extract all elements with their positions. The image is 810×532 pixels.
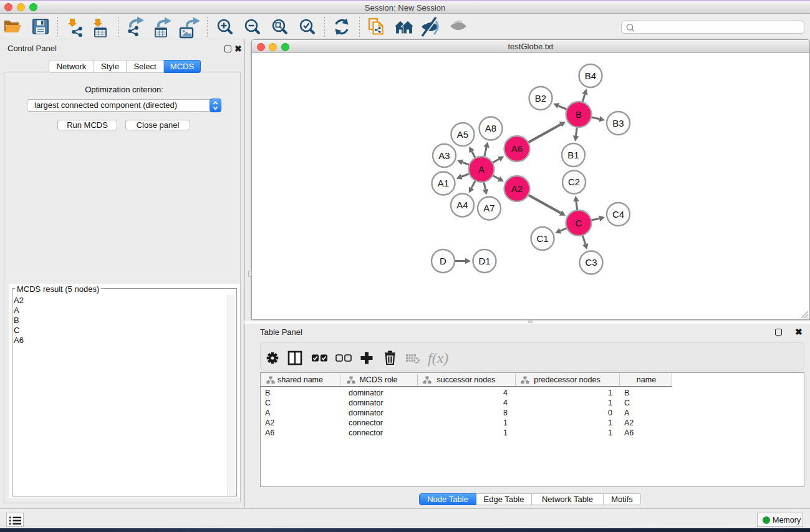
svg-text:D1: D1 (478, 256, 490, 266)
svg-text:B1: B1 (567, 150, 579, 160)
svg-text:B3: B3 (612, 118, 624, 128)
svg-text:C2: C2 (568, 177, 580, 187)
svg-text:A7: A7 (483, 203, 494, 213)
svg-text:A3: A3 (438, 150, 450, 161)
svg-text:B4: B4 (585, 70, 596, 81)
svg-text:f(x): f(x) (428, 350, 448, 366)
svg-text:A6: A6 (511, 143, 523, 154)
svg-text:A5: A5 (457, 129, 468, 140)
svg-text:C3: C3 (585, 257, 597, 268)
svg-text:A: A (478, 164, 485, 175)
svg-text:C1: C1 (536, 233, 548, 244)
svg-text:C: C (576, 218, 582, 228)
svg-text:A2: A2 (511, 183, 523, 194)
svg-text:A8: A8 (485, 123, 496, 133)
svg-text:D: D (440, 256, 446, 266)
svg-text:B2: B2 (535, 93, 546, 104)
svg-text:B: B (576, 109, 582, 120)
svg-text:C4: C4 (612, 209, 624, 220)
svg-text:A4: A4 (456, 200, 468, 210)
svg-text:A1: A1 (438, 178, 449, 188)
